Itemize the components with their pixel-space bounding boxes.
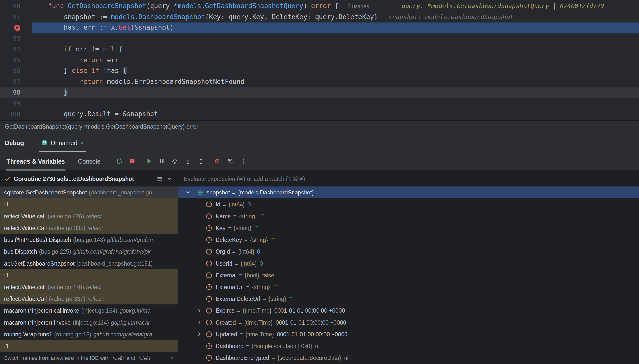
field-icon: f [206, 331, 212, 337]
svg-text:f: f [208, 261, 210, 266]
gutter-line-100[interactable]: 100 [0, 109, 32, 120]
code-line-94[interactable]: 94 if err != nil { [0, 44, 639, 54]
pause-button[interactable] [157, 156, 167, 166]
struct-var-icon [197, 189, 203, 196]
mute-breakpoints-button[interactable] [212, 156, 223, 166]
more-button[interactable] [238, 156, 249, 166]
stack-frame-row[interactable]: macaron.(*injector).callInvoke(inject.go… [0, 304, 178, 316]
code-line-97[interactable]: 97 return models.ErrDashboardSnapshotNot… [0, 76, 639, 87]
code-line-90[interactable]: 90func GetDashboardSnapshot(query *model… [0, 1, 639, 12]
debug-content: Goroutine 2730 sqls...etDashboardSnapsho… [0, 171, 639, 364]
code-line-95[interactable]: 95 return err [0, 55, 639, 66]
gutter-line-94[interactable]: 94 [0, 44, 32, 54]
stack-frame-row[interactable]: :1 [0, 269, 178, 281]
code-line-100[interactable]: 100 query.Result = &snapshot [0, 109, 639, 120]
svg-text:f: f [208, 332, 210, 336]
resume-button[interactable] [144, 156, 154, 166]
stack-frame-row[interactable]: routing.Wrap.func1(routing.go:18)github.… [0, 328, 178, 340]
debugger-inline-hint: query: *models.GetDashboardSnapshotQuery… [402, 2, 604, 10]
variable-row-UserId[interactable]: fUserId={int64}0 [178, 257, 639, 269]
variable-row-ExternalUrl[interactable]: fExternalUrl={string}"" [178, 281, 639, 293]
variable-row-snapshot[interactable]: snapshot={models.DashboardSnapshot} [178, 186, 639, 198]
code-line-92[interactable]: has, err := x.Get(&snapshot) [0, 22, 639, 33]
chevron-down-icon[interactable] [166, 176, 173, 182]
svg-text:f: f [208, 356, 210, 360]
gutter-line-92[interactable] [0, 22, 32, 33]
expand-icon[interactable] [196, 319, 203, 326]
stack-frame-row[interactable]: reflect.Value.Call(value.go:337)reflect [0, 222, 178, 234]
code-line-98[interactable]: 98 } [0, 87, 639, 98]
stop-button[interactable] [127, 156, 138, 166]
step-into-button[interactable] [183, 156, 193, 166]
thread-selector[interactable]: Goroutine 2730 sqls...etDashboardSnapsho… [0, 171, 178, 186]
pause-icon [159, 158, 165, 164]
breakpoint-icon[interactable] [14, 25, 20, 31]
gutter-line-99[interactable]: 99 [0, 98, 32, 109]
gutter-line-97[interactable]: 97 [0, 76, 32, 87]
frames-view-icon[interactable] [156, 176, 163, 182]
usages-inlay[interactable]: 2 usages [348, 3, 369, 9]
step-over-button[interactable] [170, 156, 180, 166]
stack-frame-row[interactable]: macaron.(*injector).Invoke(inject.go:124… [0, 316, 178, 328]
stack-frame-row[interactable]: bus.Dispatch(bus.go:225)github.com/grafa… [0, 246, 178, 257]
variable-row-Key[interactable]: fKey={string}"" [178, 222, 639, 234]
expand-icon[interactable] [196, 307, 203, 314]
evaluate-expression-input[interactable]: Evaluate expression (⏎) or add a watch (… [178, 171, 639, 186]
svg-text:f: f [208, 320, 210, 324]
svg-text:f: f [208, 273, 210, 277]
evaluate-expression-button[interactable] [225, 156, 236, 166]
stack-frame-row[interactable]: api.GetDashboardSnapshot(dashboard_snaps… [0, 257, 178, 269]
stack-frame-row[interactable]: reflect.Value.Call(value.go:337)reflect [0, 293, 178, 304]
variable-row-External[interactable]: fExternal={bool}false [178, 269, 639, 281]
stop-icon [129, 158, 136, 164]
more-icon [240, 158, 247, 164]
variable-row-OrgId[interactable]: fOrgId={int64}0 [178, 246, 639, 257]
tab-threads-variables[interactable]: Threads & Variables [5, 152, 67, 170]
debug-session-tab[interactable]: Unnamed × [36, 133, 89, 152]
gutter-line-98[interactable]: 98 [0, 87, 32, 98]
tab-close-button[interactable]: × [81, 140, 84, 146]
variable-row-Dashboard[interactable]: fDashboard={*simplejson.Json | 0x0}nil [178, 340, 639, 352]
code-line-93[interactable]: 93 [0, 33, 639, 44]
stack-frame-row[interactable]: sqlstore.GetDashboardSnapshot(dashboard_… [0, 186, 178, 198]
svg-text:f: f [208, 285, 210, 289]
stack-frame-row[interactable]: bus.(*InProcBus).Dispatch(bus.go:148)git… [0, 234, 178, 246]
rerun-button[interactable] [114, 156, 125, 166]
gutter-line-95[interactable]: 95 [0, 55, 32, 66]
tab-console[interactable]: Console [76, 152, 102, 170]
svg-text:f: f [208, 226, 210, 230]
banner-close-button[interactable]: × [170, 355, 174, 361]
gopher-icon [41, 139, 48, 146]
variable-row-Name[interactable]: fName={string}"" [178, 210, 639, 222]
debug-actions [114, 156, 254, 166]
field-icon: f [206, 319, 212, 326]
evaluate-placeholder: Evaluate expression (⏎) or add a watch (… [184, 175, 305, 182]
variable-row-Expires[interactable]: fExpires={time.Time}0001-01-01 00:00:00 … [178, 304, 639, 316]
gutter-line-90[interactable]: 90 [0, 1, 32, 12]
variable-row-DashboardEncrypted[interactable]: fDashboardEncrypted={securedata.SecureDa… [178, 352, 639, 364]
variable-row-DeleteKey[interactable]: fDeleteKey={string}"" [178, 234, 639, 246]
variable-row-ExternalDeleteUrl[interactable]: fExternalDeleteUrl={string}"" [178, 293, 639, 304]
stack-frame-row[interactable]: :1 [0, 340, 178, 352]
expand-icon[interactable] [196, 331, 203, 337]
stack-frame-row[interactable]: :1 [0, 198, 178, 210]
variable-row-Id[interactable]: fId={int64}0 [178, 198, 639, 210]
code-line-91[interactable]: 91 snapshot := models.DashboardSnapshot{… [0, 12, 639, 22]
collapse-icon[interactable] [185, 189, 191, 196]
stack-frame-row[interactable]: reflect.Value.call(value.go:476)reflect [0, 281, 178, 293]
code-line-96[interactable]: 96 } else if !has { [0, 66, 639, 76]
stack-frame-row[interactable]: reflect.Value.call(value.go:476)reflect [0, 210, 178, 222]
gutter-line-93[interactable]: 93 [0, 33, 32, 44]
gutter-line-91[interactable]: 91 [0, 12, 32, 22]
breadcrumb: GetDashboardSnapshot(query *models.GetDa… [0, 120, 639, 133]
gutter-line-96[interactable]: 96 [0, 66, 32, 76]
variable-row-Created[interactable]: fCreated={time.Time}0001-01-01 00:00:00 … [178, 316, 639, 328]
frames-panel: Goroutine 2730 sqls...etDashboardSnapsho… [0, 171, 178, 364]
step-over-icon [172, 158, 178, 164]
step-out-button[interactable] [196, 156, 206, 166]
code-line-99[interactable]: 99 [0, 98, 639, 109]
variable-row-Updated[interactable]: fUpdated={time.Time}0001-01-01 00:00:00 … [178, 328, 639, 340]
svg-text:f: f [208, 202, 210, 206]
svg-text:f: f [208, 296, 210, 301]
thread-label: Goroutine 2730 sqls...etDashboardSnapsho… [14, 176, 134, 182]
